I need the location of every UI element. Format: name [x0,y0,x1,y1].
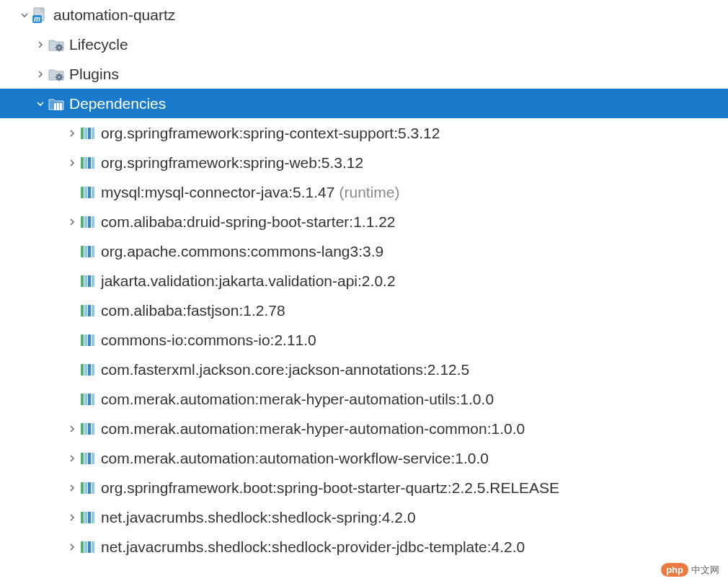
chevron-right-icon[interactable] [33,37,48,52]
svg-rect-50 [81,305,84,316]
svg-rect-85 [92,541,94,553]
dependency-item[interactable]: org.springframework:spring-context-suppo… [0,118,728,148]
dependency-item[interactable]: jakarta.validation:jakarta.validation-ap… [0,266,728,296]
svg-point-4 [58,46,61,48]
dependency-label: com.alibaba:druid-spring-boot-starter:1.… [101,213,396,231]
svg-rect-34 [81,187,84,198]
svg-rect-83 [84,541,87,553]
folder-gear-icon [48,66,65,83]
dependency-label: commons-io:commons-io:2.11.0 [101,332,316,349]
library-icon [79,509,97,526]
tree-node-lifecycle[interactable]: Lifecycle [0,30,728,59]
project-root[interactable]: m automation-quartz [0,0,728,30]
svg-rect-82 [81,541,84,553]
svg-rect-37 [92,187,94,198]
svg-rect-26 [81,128,84,139]
dependency-item[interactable]: com.alibaba:druid-spring-boot-starter:1.… [0,207,728,236]
tree-node-label: Dependencies [69,95,166,112]
svg-rect-23 [54,103,56,110]
library-icon [79,302,97,319]
svg-rect-54 [81,334,84,346]
chevron-down-icon[interactable] [17,8,32,22]
svg-rect-75 [84,482,87,494]
svg-line-12 [61,45,62,45]
folder-gear-icon [48,36,65,53]
dependency-label: org.springframework:spring-web:5.3.12 [101,154,363,172]
svg-rect-46 [81,275,84,287]
svg-rect-63 [84,394,87,405]
dependency-label: org.springframework.boot:spring-boot-sta… [101,479,559,497]
chevron-right-icon[interactable] [65,510,79,525]
svg-rect-28 [88,128,91,139]
svg-rect-39 [84,216,87,228]
dependency-label: net.javacrumbs.shedlock:shedlock-provide… [101,538,525,556]
dependency-item[interactable]: mysql:mysql-connector-java:5.1.47 (runti… [0,177,728,207]
svg-rect-45 [92,246,94,257]
svg-rect-42 [81,246,84,257]
library-icon [79,332,97,349]
dependency-item[interactable]: org.springframework:spring-web:5.3.12 [0,148,728,177]
svg-rect-68 [88,423,91,435]
svg-line-19 [56,74,57,75]
dependency-item[interactable]: com.merak.automation:merak-hyper-automat… [0,414,728,443]
svg-rect-62 [81,394,84,405]
svg-rect-49 [92,275,94,287]
chevron-right-icon[interactable] [65,481,79,495]
svg-rect-57 [92,334,94,346]
svg-rect-84 [88,541,91,553]
dependency-label: com.merak.automation:automation-workflow… [101,450,489,467]
svg-rect-33 [92,157,94,169]
svg-rect-69 [92,423,94,435]
chevron-right-icon[interactable] [65,451,79,466]
svg-rect-36 [88,187,91,198]
svg-rect-59 [84,364,87,376]
svg-rect-40 [88,216,91,228]
dependency-item[interactable]: com.merak.automation:automation-workflow… [0,443,728,473]
tree-node-plugins[interactable]: Plugins [0,59,728,89]
chevron-right-icon[interactable] [33,67,48,81]
chevron-right-icon[interactable] [65,156,79,170]
chevron-right-icon[interactable] [65,422,79,436]
library-icon [79,243,97,260]
svg-rect-60 [88,364,91,376]
chevron-right-icon[interactable] [65,215,79,229]
dependency-label: mysql:mysql-connector-java:5.1.47 [101,184,334,201]
dependency-item[interactable]: com.fasterxml.jackson.core:jackson-annot… [0,355,728,384]
svg-rect-38 [81,216,84,228]
dependency-label: com.merak.automation:merak-hyper-automat… [101,420,525,438]
svg-rect-78 [81,512,84,523]
svg-rect-53 [92,305,94,316]
chevron-right-icon[interactable] [65,126,79,141]
svg-text:m: m [34,15,40,23]
folder-library-icon [48,95,65,112]
svg-rect-81 [92,512,94,523]
dependency-scope: (runtime) [339,184,399,201]
library-icon [79,538,97,556]
tree-node-dependencies[interactable]: Dependencies [0,89,728,118]
svg-rect-73 [92,453,94,464]
svg-rect-32 [88,157,91,169]
library-icon [79,361,97,378]
dependency-item[interactable]: commons-io:commons-io:2.11.0 [0,325,728,355]
svg-rect-55 [84,334,87,346]
dependency-item[interactable]: org.springframework.boot:spring-boot-sta… [0,473,728,502]
svg-line-21 [56,79,57,79]
svg-line-20 [61,79,62,79]
svg-rect-65 [92,394,94,405]
svg-rect-47 [84,275,87,287]
svg-rect-31 [84,157,87,169]
chevron-right-icon[interactable] [65,540,79,554]
svg-rect-51 [84,305,87,316]
svg-rect-58 [81,364,84,376]
chevron-down-icon[interactable] [33,97,48,111]
dependency-label: jakarta.validation:jakarta.validation-ap… [101,272,396,290]
dependency-item[interactable]: net.javacrumbs.shedlock:shedlock-provide… [0,532,728,562]
dependency-item[interactable]: org.apache.commons:commons-lang3:3.9 [0,236,728,266]
dependency-item[interactable]: com.alibaba:fastjson:1.2.78 [0,296,728,325]
svg-rect-80 [88,512,91,523]
svg-rect-52 [88,305,91,316]
svg-rect-64 [88,394,91,405]
dependency-item[interactable]: net.javacrumbs.shedlock:shedlock-spring:… [0,502,728,532]
svg-rect-41 [92,216,94,228]
dependency-item[interactable]: com.merak.automation:merak-hyper-automat… [0,384,728,414]
